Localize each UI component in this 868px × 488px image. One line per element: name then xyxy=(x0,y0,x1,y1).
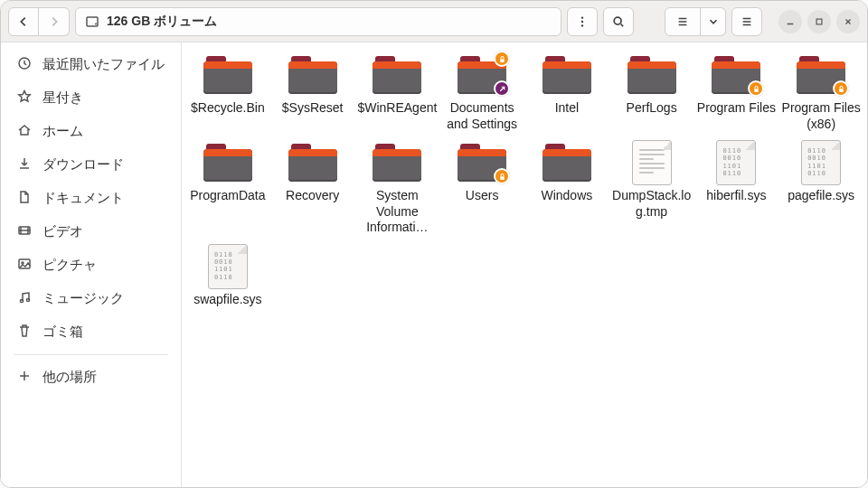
window-close-button[interactable] xyxy=(836,10,860,33)
download-icon xyxy=(17,156,32,174)
item-label: Program Files xyxy=(697,100,776,117)
picture-icon xyxy=(17,257,32,274)
svg-point-5 xyxy=(614,17,621,24)
item-label: $WinREAgent xyxy=(357,100,437,117)
folder-item[interactable]: $SysReset xyxy=(270,50,355,136)
list-view-button[interactable] xyxy=(665,7,701,36)
chevron-left-icon xyxy=(17,15,30,28)
folder-icon xyxy=(287,141,339,184)
sidebar-item-clock[interactable]: 最近開いたファイル xyxy=(1,48,181,81)
folder-icon xyxy=(541,53,593,97)
folder-item[interactable]: Program Files (x86) xyxy=(778,50,863,136)
sysfile-icon: 0110 0010 1101 0110 xyxy=(795,141,847,184)
location-title: 126 GB ボリューム xyxy=(107,14,217,30)
close-icon xyxy=(844,17,853,26)
svg-point-1 xyxy=(95,23,97,24)
svg-rect-16 xyxy=(500,59,505,62)
lock-badge-icon xyxy=(494,168,510,184)
sidebar-item-home[interactable]: ホーム xyxy=(1,115,181,148)
svg-point-15 xyxy=(26,298,29,301)
trash-icon xyxy=(17,324,32,341)
window-maximize-button[interactable] xyxy=(807,10,831,33)
nav-forward-button[interactable] xyxy=(39,7,70,36)
clock-icon xyxy=(17,56,32,73)
item-label: Windows xyxy=(541,188,592,204)
folder-item[interactable]: Program Files xyxy=(694,50,779,136)
search-button[interactable] xyxy=(603,7,634,36)
sidebar-item-label: ビデオ xyxy=(42,223,83,240)
drive-icon xyxy=(85,14,99,29)
more-vertical-icon xyxy=(576,15,589,28)
sidebar-other-places[interactable]: 他の場所 xyxy=(1,361,181,394)
sidebar-item-label: ホーム xyxy=(42,123,83,140)
minimize-icon xyxy=(786,17,795,26)
sidebar-item-music[interactable]: ミュージック xyxy=(1,282,181,315)
nav-group xyxy=(8,7,70,36)
sidebar-item-video[interactable]: ビデオ xyxy=(1,215,181,249)
document-icon xyxy=(17,190,32,207)
folder-item[interactable]: Intel xyxy=(524,50,609,136)
file-item[interactable]: 0110 0010 1101 0110pagefile.sys xyxy=(778,137,863,239)
sidebar-item-label: ダウンロード xyxy=(42,156,124,174)
file-item[interactable]: 0110 0010 1101 0110swapfile.sys xyxy=(185,241,270,312)
star-icon xyxy=(17,89,32,107)
sidebar-item-star[interactable]: 星付き xyxy=(1,81,181,115)
item-label: System Volume Informati… xyxy=(357,188,439,236)
sidebar-item-trash[interactable]: ゴミ箱 xyxy=(1,315,181,349)
folder-icon xyxy=(456,53,508,97)
folder-item[interactable]: $WinREAgent xyxy=(355,50,440,136)
symlink-badge-icon xyxy=(494,80,510,97)
item-label: Users xyxy=(466,188,499,204)
item-label: $SysReset xyxy=(282,100,344,117)
chevron-down-icon xyxy=(707,15,720,28)
sidebar-item-picture[interactable]: ピクチャ xyxy=(1,249,181,282)
folder-item[interactable]: System Volume Informati… xyxy=(355,137,440,239)
svg-point-4 xyxy=(581,24,583,26)
lock-badge-icon xyxy=(494,51,510,67)
home-icon xyxy=(17,123,32,140)
menu-icon xyxy=(741,15,753,28)
file-item[interactable]: 0110 0010 1101 0110hiberfil.sys xyxy=(694,137,779,239)
folder-item[interactable]: ProgramData xyxy=(185,137,270,239)
folder-item[interactable]: Documents and Settings xyxy=(439,50,524,136)
content-area: $Recycle.Bin$SysReset$WinREAgentDocument… xyxy=(182,42,867,488)
folder-icon xyxy=(710,53,762,97)
more-button[interactable] xyxy=(567,7,598,36)
view-switch-group xyxy=(665,7,726,36)
sidebar-item-label: 他の場所 xyxy=(42,369,97,386)
folder-icon xyxy=(795,53,847,97)
sidebar-item-document[interactable]: ドキュメント xyxy=(1,182,181,215)
sidebar-item-download[interactable]: ダウンロード xyxy=(1,148,181,182)
textfile-icon xyxy=(626,141,678,184)
folder-item[interactable]: Windows xyxy=(524,137,609,239)
sidebar-item-label: ドキュメント xyxy=(42,190,124,207)
folder-item[interactable]: Users xyxy=(439,137,524,239)
folder-icon xyxy=(626,53,678,97)
hamburger-menu-button[interactable] xyxy=(731,7,762,36)
sidebar-item-label: 星付き xyxy=(42,89,83,107)
svg-point-3 xyxy=(581,20,583,22)
sidebar-item-label: 最近開いたファイル xyxy=(42,56,165,73)
header-bar: 126 GB ボリューム xyxy=(1,1,867,42)
folder-item[interactable]: Recovery xyxy=(270,137,355,239)
folder-item[interactable]: $Recycle.Bin xyxy=(185,50,270,136)
sidebar: 最近開いたファイル星付きホームダウンロードドキュメントビデオピクチャミュージック… xyxy=(1,42,182,488)
svg-point-14 xyxy=(20,299,23,302)
folder-item[interactable]: PerfLogs xyxy=(609,50,694,136)
svg-rect-9 xyxy=(816,19,822,24)
nav-back-button[interactable] xyxy=(8,7,39,36)
item-label: Recovery xyxy=(286,188,339,204)
video-icon xyxy=(17,223,32,240)
file-item[interactable]: DumpStack.log.tmp xyxy=(609,137,694,239)
item-label: $Recycle.Bin xyxy=(191,100,265,117)
item-label: PerfLogs xyxy=(627,100,677,117)
location-bar[interactable]: 126 GB ボリューム xyxy=(75,7,561,36)
svg-rect-17 xyxy=(754,89,759,92)
item-label: Documents and Settings xyxy=(441,100,523,132)
window-minimize-button[interactable] xyxy=(778,10,802,33)
view-dropdown-button[interactable] xyxy=(701,7,726,36)
lock-badge-icon xyxy=(833,80,849,97)
plus-icon xyxy=(17,369,32,386)
search-icon xyxy=(612,15,625,28)
item-label: swapfile.sys xyxy=(193,292,261,308)
